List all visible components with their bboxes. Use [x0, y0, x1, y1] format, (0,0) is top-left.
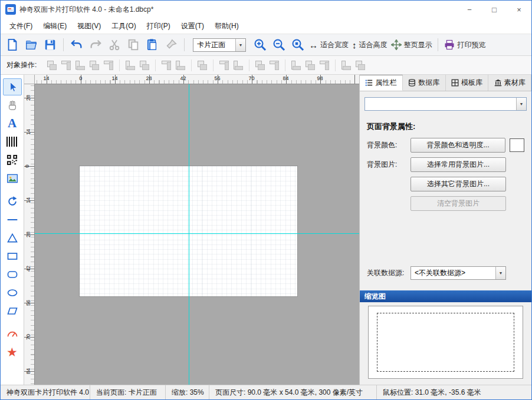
align-center-horizontal-icon[interactable] [196, 59, 209, 72]
section-title: 页面背景属性: [367, 121, 524, 132]
align-right-icon[interactable] [138, 59, 151, 72]
ruler-label-h: 42 [180, 75, 186, 81]
center-in-page-icon[interactable] [232, 59, 245, 72]
ruler-label-h: 70 [248, 75, 254, 81]
bring-forward-icon[interactable] [102, 59, 115, 72]
tab-materials[interactable]: 素材库 [488, 75, 531, 91]
select-common-bg-button[interactable]: 选择常用背景图片... [411, 157, 506, 172]
zoom-in-button[interactable] [252, 37, 268, 53]
text-tool[interactable]: A [3, 115, 22, 132]
rotate-left-icon[interactable] [340, 59, 353, 72]
menu-print[interactable]: 打印(P) [142, 19, 176, 34]
design-canvas[interactable] [35, 84, 359, 385]
same-height-icon[interactable] [268, 59, 281, 72]
gauge-icon [6, 328, 18, 340]
bg-color-swatch[interactable] [510, 138, 524, 152]
ruler-label-h: 14 [111, 75, 117, 81]
triangle-tool[interactable] [3, 229, 22, 246]
open-file-button[interactable] [23, 37, 40, 53]
menu-bar: 文件(F) 编辑(E) 视图(V) 工具(O) 打印(P) 设置(T) 帮助(H… [1, 18, 531, 34]
ellipse-tool[interactable] [3, 284, 22, 301]
rotate-tool[interactable] [3, 193, 22, 210]
datasource-label: 关联数据源: [367, 268, 411, 278]
copy-button[interactable] [125, 37, 142, 53]
send-to-back-icon[interactable] [88, 59, 101, 72]
menu-tools[interactable]: 工具(O) [106, 19, 141, 34]
align-left-icon[interactable] [124, 59, 137, 72]
barcode-tool[interactable] [3, 133, 22, 150]
clear-bg-button[interactable]: 清空背景图片 [411, 196, 506, 211]
status-zoom: 缩放: 35% [166, 385, 209, 399]
object-selector[interactable]: ▼ [364, 97, 527, 111]
align-bottom-icon[interactable] [174, 59, 187, 72]
undo-button[interactable] [68, 37, 85, 53]
format-brush-button[interactable] [163, 37, 179, 53]
main-toolbar: 卡片正面 ▼ ↔ 适合宽度 ↕ 适合高度 整页显示 打印预览 [1, 34, 531, 56]
zoom-actual-button[interactable] [290, 37, 306, 53]
maximize-button[interactable]: □ [482, 1, 507, 18]
panel-tabs: 属性栏 数据库 模板库 素材库 [360, 75, 531, 91]
rounded-rectangle-tool[interactable] [3, 266, 22, 283]
tab-properties-label: 属性栏 [375, 78, 396, 88]
image-tool[interactable] [3, 170, 22, 187]
bg-color-button[interactable]: 背景颜色和透明度... [411, 138, 505, 153]
print-preview-button[interactable]: 打印预览 [443, 37, 487, 53]
chevron-down-icon: ▼ [235, 39, 245, 51]
fit-page-label: 整页显示 [404, 40, 432, 50]
paste-button[interactable] [144, 37, 160, 53]
rectangle-tool[interactable] [3, 247, 22, 265]
space-evenly-horizontal-icon[interactable] [304, 59, 317, 72]
triangle-icon [6, 232, 18, 244]
parallelogram-tool[interactable] [3, 302, 22, 319]
ungroup-icon[interactable] [60, 59, 73, 72]
menu-edit[interactable]: 编辑(E) [38, 19, 72, 34]
ruler-vertical[interactable]: 28140142842567084 [24, 84, 35, 385]
ruler-horizontal[interactable]: 14014284256708498 [35, 75, 359, 84]
menu-view[interactable]: 视图(V) [72, 19, 106, 34]
new-document-button[interactable] [4, 37, 21, 53]
minimize-button[interactable]: − [457, 1, 482, 18]
rotate-right-icon[interactable] [354, 59, 367, 72]
zoom-out-button[interactable] [271, 37, 287, 53]
ruler-label-v: 42 [25, 266, 31, 272]
ruler-label-v: 28 [25, 95, 31, 101]
align-center-vertical-icon[interactable] [218, 59, 231, 72]
object-operations-bar: 对象操作: [1, 56, 531, 75]
tab-database[interactable]: 数据库 [403, 75, 446, 91]
status-app-name: 神奇双面卡片打印软件 4.0 [1, 385, 90, 399]
close-button[interactable]: × [507, 1, 531, 18]
qrcode-tool[interactable] [3, 151, 22, 168]
guide-horizontal [35, 233, 359, 234]
fit-page-button[interactable]: 整页显示 [390, 37, 433, 53]
pan-tool[interactable] [3, 97, 22, 114]
gauge-tool[interactable] [3, 325, 22, 342]
tab-properties[interactable]: 属性栏 [360, 75, 403, 91]
right-panel: 属性栏 数据库 模板库 素材库 ▼ 页面背景属性: [359, 75, 531, 385]
menu-settings[interactable]: 设置(T) [176, 19, 209, 34]
fit-height-button[interactable]: ↕ 适合高度 [352, 37, 388, 53]
cut-button[interactable] [106, 37, 123, 53]
star-tool[interactable]: ★ [3, 343, 22, 361]
redo-button[interactable] [87, 37, 104, 53]
align-top-icon[interactable] [160, 59, 173, 72]
menu-file[interactable]: 文件(F) [4, 19, 38, 34]
group-icon[interactable] [45, 59, 58, 72]
menu-help[interactable]: 帮助(H) [209, 19, 244, 34]
save-button[interactable] [42, 37, 58, 53]
qrcode-icon [6, 154, 18, 166]
status-mouse-position: 鼠标位置: 31.0 毫米, -35.6 毫米 [377, 385, 531, 399]
fit-page-icon [391, 39, 402, 50]
ruler-label-h: 14 [43, 75, 49, 81]
object-bar-separator [249, 59, 249, 71]
same-width-icon[interactable] [254, 59, 267, 72]
tab-templates[interactable]: 模板库 [446, 75, 489, 91]
page-selector[interactable]: 卡片正面 ▼ [193, 38, 246, 52]
fit-width-button[interactable]: ↔ 适合宽度 [308, 37, 349, 53]
bring-to-front-icon[interactable] [74, 59, 87, 72]
select-other-bg-button[interactable]: 选择其它背景图片... [411, 177, 506, 191]
same-size-icon[interactable] [290, 59, 303, 72]
space-evenly-vertical-icon[interactable] [318, 59, 331, 72]
line-tool[interactable] [3, 211, 22, 228]
datasource-selector[interactable]: <不关联数据源> ▼ [411, 266, 506, 280]
select-tool[interactable] [3, 78, 22, 95]
